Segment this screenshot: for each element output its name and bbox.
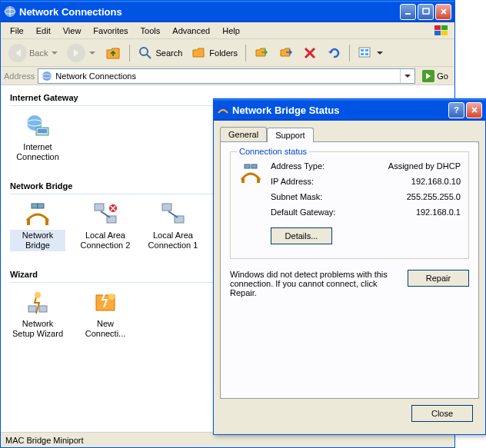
windows-flag-icon	[433, 24, 451, 38]
search-icon	[138, 45, 153, 61]
go-label: Go	[437, 71, 448, 81]
help-button[interactable]: ?	[448, 102, 464, 118]
item-label: Network Bridge	[10, 230, 65, 251]
address-input[interactable]: Network Connections	[38, 68, 415, 84]
addressbar: Address Network Connections Go	[1, 67, 454, 85]
ip-value: 192.168.0.10	[411, 177, 461, 186]
lan-icon	[159, 201, 187, 228]
new-connection-icon	[92, 289, 119, 317]
move-to-icon	[254, 45, 269, 61]
up-button[interactable]	[102, 43, 125, 63]
connection-status-group: Connection status Address Type:Assigned …	[230, 151, 469, 259]
item-setup-wizard[interactable]: Network Setup Wizard	[10, 289, 65, 340]
network-icon	[4, 5, 16, 18]
bridge-icon	[238, 161, 263, 186]
separator	[129, 45, 130, 61]
svg-rect-20	[38, 129, 47, 133]
network-icon	[41, 70, 53, 82]
lan-disabled-icon	[92, 201, 119, 228]
addr-type-label: Address Type:	[271, 161, 325, 171]
item-label: Network Setup Wizard	[10, 318, 65, 340]
svg-rect-22	[45, 219, 48, 225]
go-button[interactable]: Go	[418, 68, 451, 84]
item-lan1[interactable]: Local Area Connection 1	[145, 201, 201, 251]
svg-rect-3	[423, 8, 429, 14]
fieldset-legend: Connection status	[237, 147, 309, 156]
menu-edit[interactable]: Edit	[30, 25, 57, 37]
forward-button	[64, 42, 98, 64]
svg-point-32	[35, 292, 41, 298]
mask-value: 255.255.255.0	[407, 192, 461, 201]
maximize-button[interactable]	[418, 4, 434, 20]
menu-advanced[interactable]: Advanced	[166, 25, 216, 37]
tab-support[interactable]: Support	[267, 128, 314, 142]
svg-rect-38	[251, 164, 257, 168]
dialog-title: Network Bridge Status	[232, 105, 448, 116]
ip-label: IP Address:	[271, 177, 314, 186]
item-network-bridge[interactable]: Network Bridge	[10, 201, 65, 251]
dialog-titlebar[interactable]: Network Bridge Status ?	[214, 99, 485, 121]
svg-rect-6	[434, 31, 441, 35]
svg-rect-5	[441, 25, 448, 30]
menubar: File Edit View Favorites Tools Advanced …	[1, 22, 454, 39]
copy-to-button[interactable]	[275, 44, 297, 62]
separator	[349, 45, 350, 61]
svg-rect-13	[365, 53, 368, 55]
delete-button[interactable]	[300, 45, 320, 61]
tabs: General Support	[220, 127, 479, 141]
chevron-down-icon	[52, 51, 58, 55]
menu-tools[interactable]: Tools	[135, 25, 167, 37]
svg-rect-9	[359, 48, 370, 57]
views-button[interactable]	[355, 45, 386, 61]
svg-rect-31	[39, 306, 47, 312]
address-dropdown[interactable]	[400, 69, 412, 83]
menu-view[interactable]: View	[57, 25, 88, 37]
addr-type-value: Assigned by DHCP	[388, 161, 461, 171]
menu-file[interactable]: File	[4, 25, 30, 37]
wizard-icon	[24, 289, 52, 317]
svg-rect-30	[28, 306, 36, 312]
close-button[interactable]: Close	[411, 405, 473, 422]
tab-general[interactable]: General	[220, 127, 267, 141]
dialog-close-button[interactable]	[466, 102, 482, 118]
folders-label: Folders	[209, 48, 238, 58]
tab-content: Connection status Address Type:Assigned …	[220, 141, 479, 399]
svg-rect-11	[365, 49, 368, 51]
item-label: New Connecti...	[78, 318, 133, 340]
repair-button[interactable]: Repair	[408, 270, 469, 287]
gw-value: 192.168.0.1	[416, 207, 461, 217]
address-value: Network Connections	[55, 71, 136, 81]
item-new-connection[interactable]: New Connecti...	[78, 289, 133, 340]
move-to-button[interactable]	[251, 44, 272, 62]
svg-rect-12	[361, 53, 364, 55]
undo-icon	[326, 45, 341, 61]
svg-rect-7	[441, 31, 448, 35]
svg-rect-24	[38, 204, 44, 208]
svg-rect-35	[241, 178, 245, 183]
go-icon	[421, 69, 435, 83]
svg-rect-21	[27, 219, 30, 225]
menu-favorites[interactable]: Favorites	[87, 25, 134, 37]
delete-icon	[303, 46, 317, 60]
window-title: Network Connections	[19, 6, 400, 18]
separator	[245, 45, 246, 61]
folder-up-icon	[105, 45, 122, 61]
svg-rect-10	[361, 49, 364, 51]
menu-help[interactable]: Help	[216, 25, 246, 37]
close-button[interactable]	[435, 4, 451, 20]
item-internet-connection[interactable]: Internet Connection	[10, 112, 65, 163]
titlebar[interactable]: Network Connections	[1, 1, 454, 22]
minimize-button[interactable]	[400, 4, 416, 20]
search-button[interactable]: Search	[135, 44, 185, 62]
search-label: Search	[155, 48, 182, 58]
svg-rect-4	[434, 25, 441, 30]
details-button[interactable]: Details...	[271, 227, 332, 244]
item-label: Local Area Connection 2	[78, 230, 133, 251]
back-button: Back	[5, 42, 61, 64]
undo-button[interactable]	[323, 44, 345, 62]
bridge-icon	[24, 201, 52, 228]
views-icon	[358, 46, 373, 60]
folders-button[interactable]: Folders	[188, 44, 241, 62]
item-lan2[interactable]: Local Area Connection 2	[78, 201, 133, 251]
statusbar-text: MAC Bridge Miniport	[5, 436, 83, 445]
